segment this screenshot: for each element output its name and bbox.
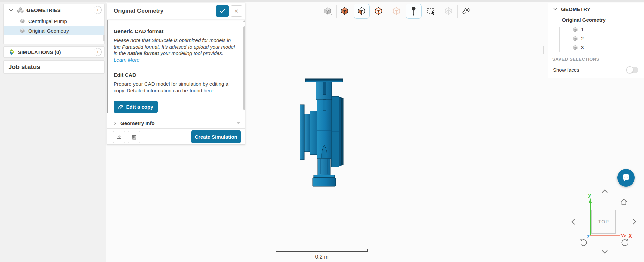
probe-point-button[interactable]: [406, 4, 422, 19]
chevron-left-icon[interactable]: [571, 218, 575, 225]
scale-bar-tick: [276, 249, 276, 252]
tree-item-body-2[interactable]: 2: [548, 34, 644, 43]
chevron-right-icon[interactable]: [632, 218, 636, 225]
select-vertices-button: [388, 4, 405, 19]
chevron-down-icon[interactable]: [9, 9, 13, 11]
tree-connector: [11, 16, 11, 36]
geometry-header-row[interactable]: GEOMETRY: [548, 3, 644, 15]
edit-a-copy-button[interactable]: Edit a copy: [114, 101, 158, 113]
chevron-up-icon[interactable]: [601, 189, 608, 193]
learn-more-link[interactable]: Learn More: [114, 57, 140, 63]
edit-cad-heading: Edit CAD: [114, 72, 236, 78]
saved-selections-label: SAVED SELECTIONS: [552, 57, 599, 62]
rotate-cw-icon[interactable]: [621, 238, 629, 247]
create-simulation-button[interactable]: Create Simulation: [191, 130, 241, 143]
scale-bar-line: [276, 251, 368, 252]
generic-cad-heading: Generic CAD format: [114, 28, 236, 34]
add-geometry-button[interactable]: +: [94, 6, 102, 14]
panel-scrollbar[interactable]: [243, 20, 246, 118]
cube-icon: [572, 45, 578, 50]
cube-icon: [20, 18, 25, 24]
measure-tape-icon: [461, 7, 471, 16]
tree-item-label: Centrifugal Pump: [28, 18, 67, 24]
scene-tree-panel: GEOMETRY Original Geometry 1: [548, 3, 644, 78]
close-button[interactable]: ✕: [231, 5, 242, 17]
pump-3d-model[interactable]: [295, 74, 349, 188]
box-select-icon: [426, 7, 436, 16]
chevron-down-icon[interactable]: [601, 250, 608, 254]
sidebar-resize-handle[interactable]: [103, 35, 104, 41]
scroll-up-icon[interactable]: [243, 20, 246, 22]
geometries-header-label: GEOMETRIES: [26, 7, 94, 13]
job-status-card[interactable]: Job status: [3, 60, 105, 74]
probe-point-icon: [410, 6, 417, 16]
view-cube-button[interactable]: [320, 4, 336, 19]
saved-selections-header-row: SAVED SELECTIONS: [548, 54, 644, 64]
confirm-button[interactable]: [216, 5, 229, 17]
edit-cad-body: Prepare your CAD model for simulation by…: [114, 81, 236, 94]
note-bold-text: native format: [127, 50, 159, 56]
download-icon: [117, 134, 122, 139]
rotate-ccw-icon[interactable]: [579, 238, 588, 247]
sidebar-resize-handle[interactable]: [104, 35, 105, 41]
select-vertices-cube-icon: [392, 7, 401, 16]
edit-a-copy-label: Edit a copy: [126, 104, 153, 110]
tree-root-original-geometry[interactable]: Original Geometry: [548, 15, 644, 25]
toggle-knob: [626, 66, 633, 73]
delete-button[interactable]: [128, 131, 140, 143]
nav-cube-top-face[interactable]: TOP: [591, 210, 616, 234]
right-panel-resize-handle[interactable]: [543, 46, 544, 54]
show-faces-toggle[interactable]: [627, 67, 638, 73]
here-link[interactable]: here: [203, 88, 213, 93]
geometries-header-row[interactable]: GEOMETRIES +: [4, 4, 104, 16]
select-volumes-button[interactable]: [337, 4, 353, 19]
cube-icon: [572, 27, 578, 32]
select-faces-cube-icon: [357, 7, 366, 16]
measure-button[interactable]: [458, 4, 474, 19]
add-simulation-button[interactable]: +: [94, 48, 102, 56]
tree-item-label: 1: [581, 27, 584, 32]
show-faces-row: Show faces: [548, 64, 644, 76]
tree-root-label: Original Geometry: [562, 17, 606, 23]
tree-item-original-geometry[interactable]: Original Geometry: [4, 26, 104, 35]
simscale-workbench: GEOMETRIES + Centrifugal Pump Original G…: [0, 0, 644, 262]
select-edges-button[interactable]: [370, 4, 386, 19]
scale-bar-label: 0.2 m: [276, 254, 368, 260]
geometry-info-label: Geometry Info: [120, 120, 237, 126]
close-icon: ✕: [234, 8, 238, 14]
geometry-info-row[interactable]: Geometry Info: [107, 118, 245, 128]
box-select-button[interactable]: [423, 4, 439, 19]
mesh-cube-icon: [444, 7, 453, 16]
geometry-detail-panel: Original Geometry ✕ Generic CAD format P…: [107, 3, 245, 145]
scrollbar-thumb[interactable]: [243, 26, 245, 110]
cube-icon: [572, 36, 578, 41]
generic-cad-note: Please note that SimScale is optimized f…: [114, 37, 236, 63]
tree-item-label: 2: [581, 36, 584, 41]
simulations-icon: [8, 49, 15, 55]
tree-item-label: Original Geometry: [28, 28, 69, 34]
job-status-label: Job status: [8, 63, 40, 71]
download-button[interactable]: [113, 131, 125, 143]
right-panel-resize-handle[interactable]: [542, 46, 542, 54]
home-icon[interactable]: [620, 198, 628, 206]
toolbar-separator: [457, 5, 458, 18]
chevron-down-icon[interactable]: [553, 8, 557, 10]
tree-connector: [559, 27, 560, 52]
edit-pencil-icon: [118, 104, 123, 110]
panel-header: Original Geometry ✕: [107, 3, 245, 19]
geometry-header-label: GEOMETRY: [561, 6, 590, 12]
show-faces-label: Show faces: [553, 67, 627, 73]
select-faces-button[interactable]: [354, 4, 370, 19]
tree-item-body-1[interactable]: 1: [548, 25, 644, 34]
geometries-card: GEOMETRIES + Centrifugal Pump Original G…: [3, 4, 105, 44]
y-axis-arrow-icon: [589, 198, 592, 203]
collapse-minus-icon[interactable]: [553, 18, 557, 22]
create-simulation-label: Create Simulation: [195, 134, 237, 140]
tree-item-centrifugal-pump[interactable]: Centrifugal Pump: [4, 16, 104, 26]
chat-launcher-button[interactable]: [617, 169, 635, 187]
stacked-cubes-icon: [17, 7, 24, 13]
select-volumes-cube-icon: [340, 7, 350, 16]
simulations-card[interactable]: SIMULATIONS (0) +: [3, 46, 105, 58]
tree-item-body-3[interactable]: 3: [548, 43, 644, 52]
panel-body: Generic CAD format Please note that SimS…: [114, 19, 236, 113]
